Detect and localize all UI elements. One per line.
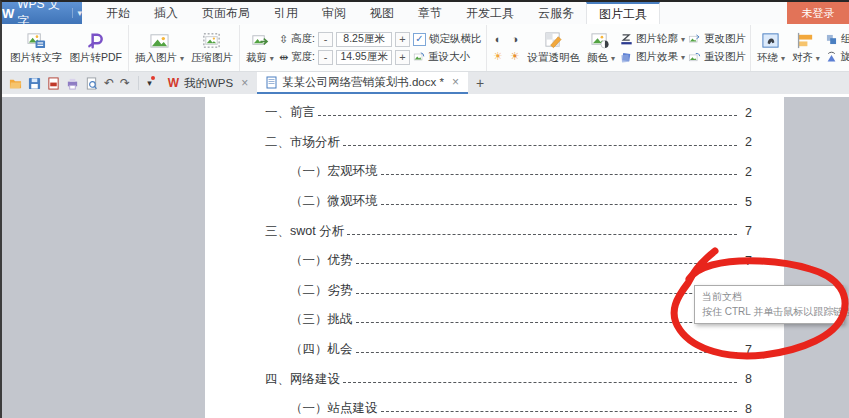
redo-icon[interactable]: ↷ <box>120 77 130 89</box>
change-picture-icon <box>688 33 701 46</box>
brightness-down-icon[interactable]: ☀ <box>510 50 520 63</box>
page-number: 8 <box>740 372 752 386</box>
print-icon[interactable] <box>66 77 79 90</box>
close-icon[interactable]: × <box>452 75 459 89</box>
undo-icon[interactable]: ↶ <box>104 77 114 89</box>
reset-size-icon <box>413 51 425 63</box>
chevron-down-icon: ▾ <box>270 54 274 63</box>
crop-button[interactable]: 裁剪 ▾ <box>244 30 276 66</box>
open-file-icon[interactable] <box>9 77 22 90</box>
rotate-button[interactable]: 旋转 ▾ <box>825 50 849 64</box>
ribbon-tab-page-layout[interactable]: 页面布局 <box>190 2 262 24</box>
color-button[interactable]: 颜色 ▾ <box>585 30 617 66</box>
set-transparent-color-button[interactable]: 设置透明色 <box>526 30 583 66</box>
picture-to-text-button[interactable]: 图片转文字 <box>8 30 65 66</box>
page-number: 8 <box>740 402 752 416</box>
picture-outline-button[interactable]: 图片轮廓 ▾ <box>620 32 685 46</box>
ribbon-tab-cloud[interactable]: 云服务 <box>526 2 586 24</box>
dot-leader <box>318 115 737 116</box>
height-plus-button[interactable]: + <box>395 32 410 47</box>
width-icon: ⇹ <box>279 51 288 64</box>
crop-icon <box>250 31 269 50</box>
tooltip-line1: 当前文档 <box>702 290 836 305</box>
title-ribbon-tab-bar: W WPS 文字 ▾ 开始 插入 页面布局 引用 审阅 视图 章节 开发工具 云… <box>2 2 849 24</box>
toc-entry[interactable]: 四、网络建设8 <box>205 364 784 394</box>
ribbon-tab-review[interactable]: 审阅 <box>310 2 358 24</box>
text-wrap-icon <box>761 31 780 50</box>
width-minus-button[interactable]: - <box>318 50 333 65</box>
lock-aspect-checkbox[interactable]: ✓ <box>413 33 426 46</box>
transparent-color-icon <box>544 31 563 50</box>
tab-my-wps[interactable]: W 我的WPS × <box>159 72 258 94</box>
save-icon[interactable] <box>28 77 41 90</box>
brightness-up-icon[interactable]: ☀ <box>493 50 503 63</box>
page-number: 2 <box>740 135 752 149</box>
chevron-down-icon: ▾ <box>611 54 615 63</box>
login-button[interactable]: 未登录 <box>787 2 849 24</box>
insert-picture-button[interactable]: 插入图片 ▾ <box>133 30 186 66</box>
ribbon-tab-list: 开始 插入 页面布局 引用 审阅 视图 章节 开发工具 云服务 图片工具 <box>94 2 660 24</box>
contrast-down-icon[interactable]: ◑ <box>512 33 519 46</box>
picture-outline-label: 图片轮廓 <box>636 32 678 46</box>
ribbon-tab-picture-tools[interactable]: 图片工具 <box>586 2 660 24</box>
dot-leader <box>343 382 737 383</box>
compress-picture-button[interactable]: 压缩图片 <box>189 30 235 66</box>
color-icon <box>591 31 610 50</box>
print-preview-icon[interactable] <box>85 77 98 90</box>
table-of-contents: 一、前言2 二、市场分析2 （一）宏观环境2 （二）微观环境5 三、swot 分… <box>205 97 784 418</box>
change-picture-button[interactable]: 更改图片 <box>688 32 746 46</box>
change-picture-label: 更改图片 <box>704 32 746 46</box>
wps-main-menu-button[interactable]: W WPS 文字 ▾ <box>2 2 82 24</box>
align-icon <box>796 31 815 50</box>
tab-document[interactable]: 某某公司网络营销策划书.docx * × <box>257 72 468 94</box>
ribbon-tab-references[interactable]: 引用 <box>262 2 310 24</box>
group-button[interactable]: 组合 ▾ <box>825 32 849 46</box>
width-label: 宽度: <box>291 50 315 64</box>
ribbon-tab-home[interactable]: 开始 <box>94 2 142 24</box>
ribbon-tab-insert[interactable]: 插入 <box>142 2 190 24</box>
picture-outline-icon <box>620 33 633 46</box>
export-pdf-icon[interactable] <box>47 77 60 90</box>
contrast-brightness-grid: ◐ ◑ ☀ ☀ <box>491 32 523 64</box>
reset-picture-label: 重设图片 <box>704 50 746 64</box>
ribbon-tab-section[interactable]: 章节 <box>406 2 454 24</box>
dot-leader <box>356 263 738 264</box>
toc-entry[interactable]: 三、swot 分析7 <box>205 216 784 246</box>
height-minus-button[interactable]: - <box>318 32 333 47</box>
dot-leader <box>356 293 738 294</box>
align-label: 对齐 <box>792 51 813 63</box>
toc-entry[interactable]: （一）站点建设8 <box>205 394 784 418</box>
new-tab-button[interactable]: + <box>468 72 492 94</box>
chevron-down-icon: ▾ <box>681 35 685 44</box>
height-value-field[interactable]: 8.25厘米 <box>336 32 392 47</box>
align-button[interactable]: 对齐 ▾ <box>790 30 822 66</box>
color-label: 颜色 <box>587 51 608 63</box>
page-number: 2 <box>740 165 752 179</box>
page-number: 7 <box>740 254 752 268</box>
picture-effects-button[interactable]: 图片效果 ▾ <box>620 50 685 64</box>
reset-picture-button[interactable]: 重设图片 <box>688 50 746 64</box>
toc-entry[interactable]: 二、市场分析2 <box>205 128 784 158</box>
wrap-label: 环绕 <box>757 51 778 63</box>
rotate-label: 旋转 <box>841 50 849 64</box>
quick-access-more-icon[interactable]: ▾ <box>147 78 152 88</box>
toc-entry[interactable]: （四）机会7 <box>205 335 784 365</box>
ribbon-tab-developer[interactable]: 开发工具 <box>454 2 526 24</box>
picture-effects-label: 图片效果 <box>636 50 678 64</box>
insert-picture-icon <box>150 31 169 50</box>
close-icon[interactable]: × <box>241 76 248 90</box>
width-plus-button[interactable]: + <box>395 50 410 65</box>
toc-entry[interactable]: （二）微观环境5 <box>205 187 784 217</box>
contrast-up-icon[interactable]: ◐ <box>495 33 502 46</box>
page-number: 2 <box>740 106 752 120</box>
ribbon-tab-view[interactable]: 视图 <box>358 2 406 24</box>
wrap-text-button[interactable]: 环绕 ▾ <box>755 30 787 66</box>
reset-size-button[interactable]: 重设大小 <box>428 50 470 64</box>
toc-entry[interactable]: （一）优势7 <box>205 246 784 276</box>
picture-to-pdf-button[interactable]: 图片转PDF <box>68 30 125 66</box>
picture-tools-ribbon: 图片转文字 图片转PDF 插入图片 ▾ 压缩图片 裁剪 ▾ <box>2 24 849 72</box>
toc-entry[interactable]: （一）宏观环境2 <box>205 157 784 187</box>
group-objects-icon <box>825 33 838 46</box>
width-value-field[interactable]: 14.95厘米 <box>336 50 392 65</box>
toc-entry[interactable]: 一、前言2 <box>205 98 784 128</box>
